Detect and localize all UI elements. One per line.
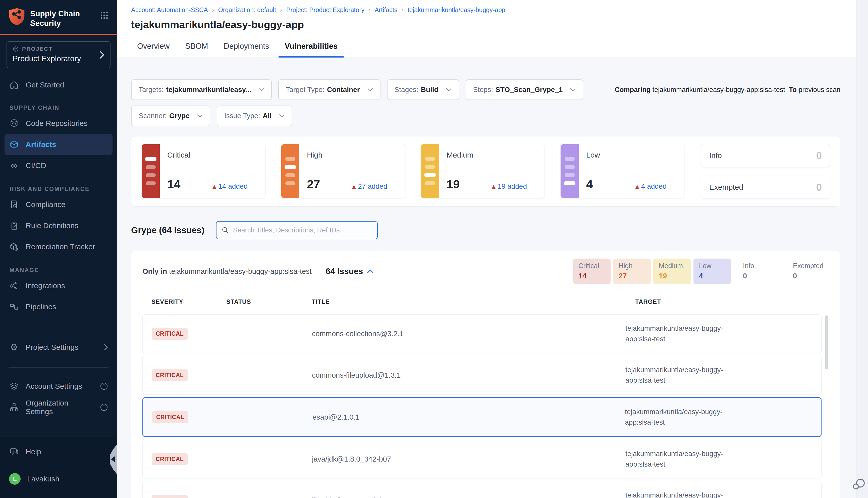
table-scrollbar-thumb[interactable]	[825, 315, 828, 369]
sidebar-item-cicd[interactable]: ∞ CI/CD	[0, 155, 117, 176]
sidebar-item-label: Compliance	[26, 200, 65, 209]
medium-added-link[interactable]: ▲ 19 added	[492, 182, 527, 191]
issue-row[interactable]: CRITICAL commons-collections@3.2.1 tejak…	[143, 314, 822, 353]
issues-table-header: SEVERITY STATUS TITLE TARGET	[143, 298, 831, 305]
sidebar-item-remediation-tracker[interactable]: Remediation Tracker	[0, 236, 117, 257]
scanner-issues-heading: Grype (64 Issues)	[131, 225, 204, 235]
vulnerabilities-content: Targets: tejakummarikuntla/easy... Targe…	[117, 79, 868, 498]
sidebar-item-account-settings[interactable]: Account Settings	[0, 376, 117, 397]
project-name: Product Exploratory	[13, 54, 105, 63]
breadcrumb-organization[interactable]: Organization: default	[218, 6, 276, 14]
issue-row-selected[interactable]: CRITICAL esapi@2.1.0.1 tejakummarikuntla…	[143, 397, 822, 437]
stages-filter-dropdown[interactable]: Stages: Build	[387, 79, 459, 100]
tab-bar: Overview SBOM Deployments Vulnerabilitie…	[117, 36, 868, 58]
only-in-label: Only in tejakummarikuntla/easy-buggy-app…	[143, 267, 312, 276]
chevron-down-icon	[570, 88, 576, 91]
support-chat-icon[interactable]	[851, 476, 866, 492]
medium-count: 19	[446, 177, 459, 191]
severity-badge: CRITICAL	[152, 411, 188, 423]
issue-target: tejakummarikuntla/easy-buggy-app:slsa-te…	[625, 407, 738, 428]
sidebar-item-artifacts[interactable]: Artifacts	[4, 134, 112, 155]
search-input[interactable]	[232, 226, 372, 234]
breadcrumb-artifacts[interactable]: Artifacts	[375, 6, 397, 14]
severity-badge: CRITICAL	[152, 495, 188, 498]
sidebar-item-label: Code Repositories	[26, 119, 88, 128]
low-summary-card[interactable]: Low 4 ▲ 4 added	[560, 144, 684, 198]
sidebar-item-code-repositories[interactable]: Code Repositories	[0, 113, 117, 134]
page-scrollbar-track[interactable]	[856, 0, 868, 498]
low-count: 4	[586, 177, 593, 191]
high-added-link[interactable]: ▲ 27 added	[352, 182, 387, 191]
chip-exempted[interactable]: Exempted0	[785, 259, 831, 284]
low-added-link[interactable]: ▲ 4 added	[635, 182, 667, 191]
sidebar-item-project-settings[interactable]: ⚙ Project Settings	[0, 337, 117, 358]
chip-critical[interactable]: Critical14	[573, 259, 611, 284]
brand-divider	[0, 34, 117, 35]
medium-summary-card[interactable]: Medium 19 ▲ 19 added	[421, 144, 545, 198]
sidebar-item-label: Help	[26, 447, 41, 456]
layers-icon	[9, 382, 19, 391]
issue-title: libc-bin@2.31-13+deb11u3	[312, 497, 625, 498]
targets-filter-dropdown[interactable]: Targets: tejakummarikuntla/easy...	[131, 79, 272, 100]
issues-count-toggle[interactable]: 64 Issues	[326, 266, 374, 276]
severity-badge: CRITICAL	[152, 453, 188, 465]
issue-row[interactable]: CRITICAL libc-bin@2.31-13+deb11u3 tejaku…	[143, 481, 822, 498]
artifact-cube-icon	[9, 140, 19, 149]
issue-title: commons-fileupload@1.3.1	[312, 371, 625, 379]
scanner-filter-dropdown[interactable]: Scanner: Grype	[131, 106, 210, 126]
triangle-up-icon: ▲	[352, 183, 356, 189]
code-repository-icon	[9, 119, 19, 128]
tab-deployments[interactable]: Deployments	[218, 36, 275, 57]
sidebar-item-rule-definitions[interactable]: Rule Definitions	[0, 215, 117, 236]
page-header: Account: Automation-SSCA › Organization:…	[117, 0, 868, 58]
sidebar-item-label: Account Settings	[26, 382, 82, 391]
high-summary-card[interactable]: High 27 ▲ 27 added	[281, 144, 405, 198]
triangle-up-icon: ▲	[635, 183, 639, 189]
filters-row-1: Targets: tejakummarikuntla/easy... Targe…	[131, 79, 840, 100]
info-summary-card[interactable]: Info 0	[701, 144, 830, 167]
steps-filter-dropdown[interactable]: Steps: STO_Scan_Grype_1	[466, 79, 584, 100]
critical-added-link[interactable]: ▲ 14 added	[213, 182, 248, 191]
sidebar-item-organization-settings[interactable]: Organization Settings	[0, 397, 117, 418]
org-chart-icon	[9, 403, 19, 412]
sidebar-item-compliance[interactable]: Compliance	[0, 194, 117, 215]
issue-target: tejakummarikuntla/easy-buggy-app:slsa-te…	[625, 323, 738, 344]
tab-vulnerabilities[interactable]: Vulnerabilities	[279, 36, 344, 57]
pipeline-icon	[9, 302, 19, 311]
exempted-summary-card[interactable]: Exempted 0	[701, 175, 830, 199]
tab-overview[interactable]: Overview	[131, 36, 176, 57]
sidebar-section-supply-chain: SUPPLY CHAIN	[0, 105, 117, 111]
tab-sbom[interactable]: SBOM	[179, 36, 214, 57]
project-selector[interactable]: PROJECT Product Exploratory	[6, 41, 110, 68]
breadcrumb-project[interactable]: Project: Product Exploratory	[286, 6, 364, 14]
info-circle-icon[interactable]	[100, 382, 108, 390]
sidebar-item-pipelines[interactable]: Pipelines	[0, 296, 117, 317]
info-exempted-column: Info 0 Exempted 0	[701, 144, 830, 199]
sidebar-item-get-started[interactable]: Get Started	[0, 76, 117, 93]
comparing-status: Comparing tejakummarikuntla/easy-buggy-a…	[615, 86, 840, 94]
chip-low[interactable]: Low4	[693, 259, 731, 284]
issues-table-body: CRITICAL commons-collections@3.2.1 tejak…	[143, 314, 822, 498]
issue-title: commons-collections@3.2.1	[312, 330, 625, 338]
critical-summary-card[interactable]: Critical 14 ▲ 14 added	[142, 144, 266, 198]
search-icon	[222, 226, 229, 234]
info-circle-icon[interactable]	[100, 403, 108, 411]
filters-row-2: Scanner: Grype Issue Type: All	[131, 106, 840, 126]
target-type-filter-dropdown[interactable]: Target Type: Container	[278, 79, 380, 100]
sidebar-item-integrations[interactable]: Integrations	[0, 275, 117, 296]
user-menu[interactable]: L Lavakush	[0, 468, 117, 489]
chip-high[interactable]: High27	[613, 259, 651, 284]
critical-level-icon	[142, 144, 160, 198]
issue-row[interactable]: CRITICAL commons-fileupload@1.3.1 tejaku…	[143, 356, 822, 394]
chip-medium[interactable]: Medium19	[653, 259, 691, 284]
chip-info[interactable]: Info0	[735, 259, 781, 284]
breadcrumb-artifact-name[interactable]: tejakummarikuntla/easy-buggy-app	[408, 6, 505, 14]
app-grid-icon[interactable]	[100, 8, 108, 19]
issue-title: java/jdk@1.8.0_342-b07	[312, 455, 625, 463]
chevron-down-icon	[259, 88, 264, 91]
column-status: STATUS	[226, 298, 312, 305]
issue-row[interactable]: CRITICAL java/jdk@1.8.0_342-b07 tejakumm…	[143, 440, 822, 479]
issue-type-filter-dropdown[interactable]: Issue Type: All	[217, 106, 292, 126]
sidebar-item-help[interactable]: ? Help	[0, 441, 117, 462]
breadcrumb-account[interactable]: Account: Automation-SSCA	[131, 6, 208, 14]
